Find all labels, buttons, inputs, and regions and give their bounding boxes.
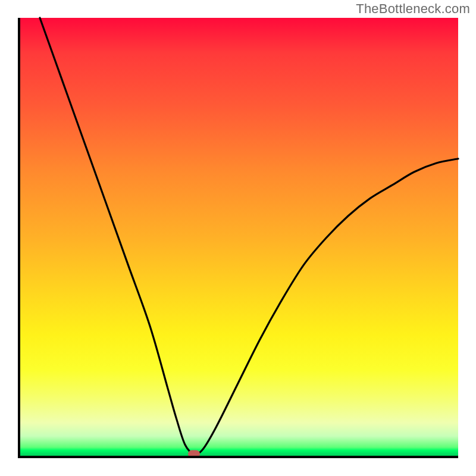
- bottleneck-curve: [18, 18, 458, 458]
- optimal-marker: [188, 450, 200, 458]
- watermark-label: TheBottleneck.com: [356, 1, 470, 17]
- plot-area: [18, 18, 458, 458]
- chart-container: TheBottleneck.com: [0, 0, 476, 476]
